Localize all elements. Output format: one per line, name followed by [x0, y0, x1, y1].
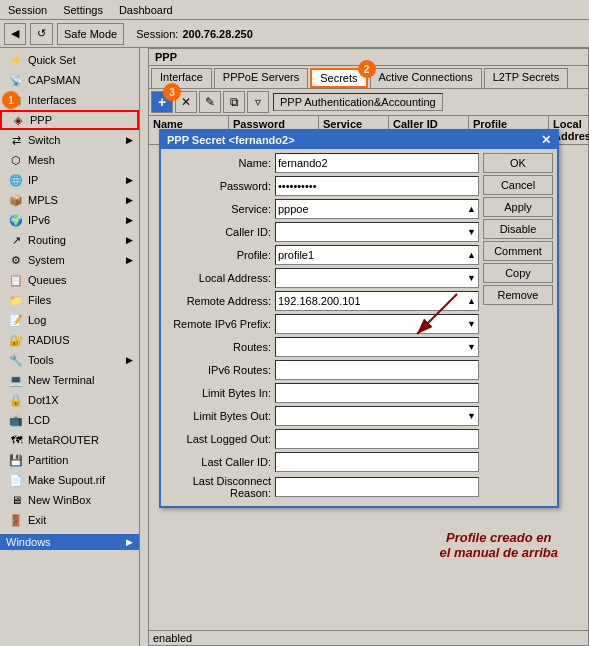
badge-3: 3 — [163, 83, 181, 101]
input-lastcallerid[interactable] — [275, 452, 479, 472]
apply-button[interactable]: Apply — [483, 197, 553, 217]
sidebar-item-tools[interactable]: 🔧 Tools ▶ — [0, 350, 139, 370]
tab-l2tp-secrets[interactable]: L2TP Secrets — [484, 68, 568, 88]
radius-icon: 🔐 — [8, 332, 24, 348]
select-profile[interactable]: profile1 ▲ — [275, 245, 479, 265]
sidebar-item-newterminal[interactable]: 💻 New Terminal — [0, 370, 139, 390]
menu-session[interactable]: Session — [4, 2, 51, 18]
supout-icon: 📄 — [8, 472, 24, 488]
edit-button[interactable]: ✎ — [199, 91, 221, 113]
sidebar-item-newwinbox[interactable]: 🖥 New WinBox — [0, 490, 139, 510]
field-remoteipv6: Remote IPv6 Prefix: ▼ — [165, 314, 479, 334]
sidebar-item-supout[interactable]: 📄 Make Supout.rif — [0, 470, 139, 490]
status-bar: enabled — [149, 630, 588, 645]
dialog-close-button[interactable]: ✕ — [541, 133, 551, 147]
toolbar-left-btn[interactable]: ◀ — [4, 23, 26, 45]
service-arrow: ▲ — [467, 204, 476, 214]
sidebar-item-exit[interactable]: 🚪 Exit — [0, 510, 139, 530]
badge-1: 1 — [2, 91, 20, 109]
disable-button[interactable]: Disable — [483, 219, 553, 239]
field-lastloggedout: Last Logged Out: — [165, 429, 479, 449]
sidebar-item-files[interactable]: 📁 Files — [0, 290, 139, 310]
input-ipv6routes[interactable] — [275, 360, 479, 380]
remove-dialog-button[interactable]: Remove — [483, 285, 553, 305]
select-localaddress[interactable]: ▼ — [275, 268, 479, 288]
sidebar-item-partition[interactable]: 💾 Partition — [0, 450, 139, 470]
sidebar-item-system[interactable]: ⚙ System ▶ — [0, 250, 139, 270]
field-lastdisconnect: Last Disconnect Reason: — [165, 475, 479, 499]
mpls-icon: 📦 — [8, 192, 24, 208]
field-profile: Profile: profile1 ▲ — [165, 245, 479, 265]
ppp-window: PPP Interface PPPoE Servers Secrets 2 Ac… — [148, 48, 589, 646]
sidebar-item-dot1x[interactable]: 🔒 Dot1X — [0, 390, 139, 410]
menu-dashboard[interactable]: Dashboard — [115, 2, 177, 18]
sidebar-item-lcd[interactable]: 📺 LCD — [0, 410, 139, 430]
label-lastdisconnect: Last Disconnect Reason: — [165, 475, 275, 499]
sidebar-label-supout: Make Supout.rif — [28, 474, 105, 486]
tab-secrets[interactable]: Secrets 2 — [310, 68, 367, 88]
tabs-bar: Interface PPPoE Servers Secrets 2 Active… — [149, 66, 588, 89]
input-password[interactable] — [275, 176, 479, 196]
remoteipv6-arrow: ▼ — [467, 319, 476, 329]
content-area: PPP Interface PPPoE Servers Secrets 2 Ac… — [140, 48, 589, 646]
annotation-text: Profile creado enel manual de arriba — [440, 530, 559, 560]
ip-icon: 🌐 — [8, 172, 24, 188]
filter-button[interactable]: ▿ — [247, 91, 269, 113]
partition-icon: 💾 — [8, 452, 24, 468]
select-remoteipv6[interactable]: ▼ — [275, 314, 479, 334]
input-lastloggedout[interactable] — [275, 429, 479, 449]
input-lastdisconnect[interactable] — [275, 477, 479, 497]
ok-button[interactable]: OK — [483, 153, 553, 173]
remoteaddress-value: 192.168.200.101 — [278, 295, 361, 307]
select-routes[interactable]: ▼ — [275, 337, 479, 357]
label-profile: Profile: — [165, 249, 275, 261]
winbox-icon: 🖥 — [8, 492, 24, 508]
tab-pppoe-servers[interactable]: PPPoE Servers — [214, 68, 308, 88]
label-remoteaddress: Remote Address: — [165, 295, 275, 307]
ipv6-icon: 🌍 — [8, 212, 24, 228]
sidebar-item-log[interactable]: 📝 Log — [0, 310, 139, 330]
sidebar-label-system: System — [28, 254, 65, 266]
dialog-buttons: OK Cancel Apply Disable Comment Copy Rem… — [483, 153, 553, 502]
safe-mode-button[interactable]: Safe Mode — [57, 23, 124, 45]
menu-settings[interactable]: Settings — [59, 2, 107, 18]
dialog-form: Name: Password: Service: pppoe ▲ — [165, 153, 479, 502]
dialog-title-bar: PPP Secret <fernando2> ✕ — [161, 131, 557, 149]
sidebar-item-routing[interactable]: ↗ Routing ▶ — [0, 230, 139, 250]
sidebar-item-switch[interactable]: ⇄ Switch ▶ — [0, 130, 139, 150]
select-remoteaddress[interactable]: 192.168.200.101 ▲ — [275, 291, 479, 311]
input-name[interactable] — [275, 153, 479, 173]
input-limitbytesin[interactable] — [275, 383, 479, 403]
sidebar-item-metarouter[interactable]: 🗺 MetaROUTER — [0, 430, 139, 450]
ppp-icon: ◈ — [10, 112, 26, 128]
windows-bar[interactable]: Windows ▶ — [0, 534, 139, 550]
tab-active-connections[interactable]: Active Connections — [370, 68, 482, 88]
select-limitbytesout[interactable]: ▼ — [275, 406, 479, 426]
sidebar-label-interfaces: Interfaces — [28, 94, 76, 106]
sidebar-item-ip[interactable]: 🌐 IP ▶ — [0, 170, 139, 190]
tab-interface[interactable]: Interface — [151, 68, 212, 88]
sidebar-item-capsman[interactable]: 📡 CAPsMAN — [0, 70, 139, 90]
select-callerid[interactable]: ▼ — [275, 222, 479, 242]
cancel-button[interactable]: Cancel — [483, 175, 553, 195]
sidebar-item-ipv6[interactable]: 🌍 IPv6 ▶ — [0, 210, 139, 230]
sidebar-item-ppp[interactable]: ◈ PPP — [0, 110, 139, 130]
copy-button[interactable]: Copy — [483, 263, 553, 283]
sidebar-item-queues[interactable]: 📋 Queues — [0, 270, 139, 290]
sidebar-item-quickset[interactable]: ⚡ Quick Set — [0, 50, 139, 70]
comment-button[interactable]: Comment — [483, 241, 553, 261]
quickset-icon: ⚡ — [8, 52, 24, 68]
sidebar-item-radius[interactable]: 🔐 RADIUS — [0, 330, 139, 350]
service-value: pppoe — [278, 203, 309, 215]
toolbar-refresh-btn[interactable]: ↺ — [30, 23, 53, 45]
sidebar-item-mpls[interactable]: 📦 MPLS ▶ — [0, 190, 139, 210]
sidebar-item-mesh[interactable]: ⬡ Mesh — [0, 150, 139, 170]
remoteaddress-arrow: ▲ — [467, 296, 476, 306]
field-service: Service: pppoe ▲ — [165, 199, 479, 219]
sidebar-item-interfaces[interactable]: ▤ Interfaces 1 — [0, 90, 139, 110]
main-layout: ⚡ Quick Set 📡 CAPsMAN ▤ Interfaces 1 ◈ P… — [0, 48, 589, 646]
copy-tool-button[interactable]: ⧉ — [223, 91, 245, 113]
sidebar-label-newwinbox: New WinBox — [28, 494, 91, 506]
add-button[interactable]: + 3 — [151, 91, 173, 113]
select-service[interactable]: pppoe ▲ — [275, 199, 479, 219]
